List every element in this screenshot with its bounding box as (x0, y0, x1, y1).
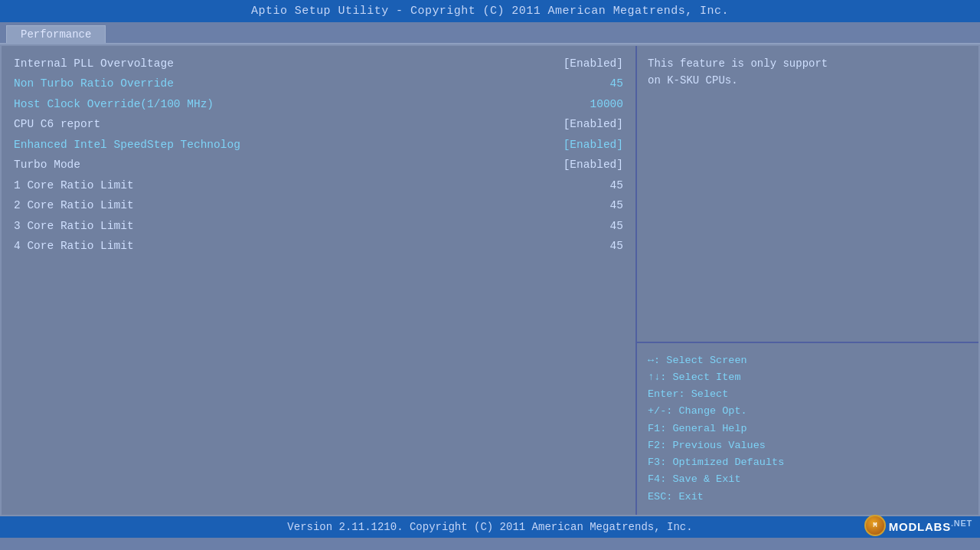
main-content: Internal PLL Overvoltage[Enabled]Non Tur… (0, 44, 980, 516)
menu-row[interactable]: 1 Core Ratio Limit45 (11, 175, 626, 195)
footer-text: Version 2.11.1210. Copyright (C) 2011 Am… (287, 521, 692, 533)
menu-item-label: Turbo Mode (14, 156, 80, 173)
menu-item-label: 2 Core Ratio Limit (14, 197, 134, 214)
help-line-2: on K-SKU CPUs. (648, 72, 968, 89)
menu-item-label: Non Turbo Ratio Override (14, 75, 174, 92)
menu-row[interactable]: 2 Core Ratio Limit45 (11, 195, 626, 215)
menu-row[interactable]: Host Clock Override(1/100 MHz)10000 (11, 94, 626, 114)
menu-item-label: 3 Core Ratio Limit (14, 218, 134, 234)
menu-item-value: 45 (610, 197, 623, 214)
logo-brand: MODLABS.NET (889, 519, 972, 533)
menu-row[interactable]: CPU C6 report[Enabled] (11, 114, 626, 134)
menu-item-value: [Enabled] (564, 55, 623, 72)
menu-row[interactable]: Turbo Mode[Enabled] (11, 155, 626, 175)
tab-row: Performance (0, 22, 980, 44)
menu-item-label: CPU C6 report (14, 116, 100, 133)
key-help-line: ↔: Select Screen (648, 352, 968, 369)
modlabs-logo: M MODLABS.NET (864, 515, 972, 536)
menu-row[interactable]: Internal PLL Overvoltage[Enabled] (11, 54, 626, 74)
key-help: ↔: Select Screen↑↓: Select ItemEnter: Se… (637, 342, 978, 515)
menu-item-value: 45 (610, 218, 623, 234)
menu-item-label: 4 Core Ratio Limit (14, 237, 134, 254)
menu-item-label: Host Clock Override(1/100 MHz) (14, 96, 214, 113)
tab-performance[interactable]: Performance (6, 25, 106, 43)
logo-icon: M (864, 515, 886, 536)
menu-item-label: Internal PLL Overvoltage (14, 55, 174, 72)
menu-item-label: 1 Core Ratio Limit (14, 177, 134, 194)
menu-row[interactable]: Enhanced Intel SpeedStep Technolog[Enabl… (11, 135, 626, 155)
header-bar: Aptio Setup Utility - Copyright (C) 2011… (0, 0, 980, 22)
key-help-line: ESC: Exit (648, 489, 968, 506)
menu-item-value: 10000 (590, 96, 623, 113)
menu-item-value: 45 (610, 237, 623, 254)
menu-item-value: [Enabled] (564, 116, 623, 133)
key-help-line: Enter: Select (648, 386, 968, 403)
menu-item-value: 45 (610, 177, 623, 194)
menu-item-value: 45 (610, 75, 623, 92)
key-help-line: F2: Previous Values (648, 437, 968, 454)
key-help-line: +/-: Change Opt. (648, 403, 968, 420)
menu-item-value: [Enabled] (564, 136, 623, 153)
menu-item-label: Enhanced Intel SpeedStep Technolog (14, 136, 240, 153)
menu-row[interactable]: 4 Core Ratio Limit45 (11, 236, 626, 256)
header-title: Aptio Setup Utility - Copyright (C) 2011… (251, 5, 729, 18)
key-help-line: F4: Save & Exit (648, 471, 968, 488)
menu-row[interactable]: Non Turbo Ratio Override45 (11, 74, 626, 93)
help-line-1: This feature is only support (648, 55, 968, 72)
help-text: This feature is only support on K-SKU CP… (637, 46, 978, 342)
menu-row[interactable]: 3 Core Ratio Limit45 (11, 216, 626, 236)
right-panel: This feature is only support on K-SKU CP… (637, 46, 978, 515)
key-help-line: F3: Optimized Defaults (648, 454, 968, 471)
menu-item-value: [Enabled] (564, 156, 623, 173)
left-panel: Internal PLL Overvoltage[Enabled]Non Tur… (2, 46, 637, 515)
key-help-line: ↑↓: Select Item (648, 369, 968, 386)
footer-bar: Version 2.11.1210. Copyright (C) 2011 Am… (0, 516, 980, 538)
key-help-line: F1: General Help (648, 421, 968, 437)
